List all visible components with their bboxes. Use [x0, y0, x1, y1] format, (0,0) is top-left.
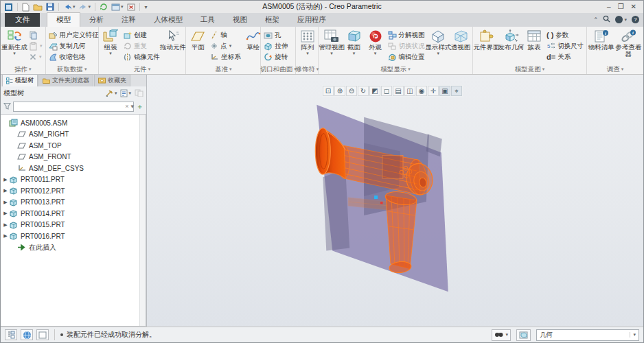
tree-item-part[interactable]: ▶PRT0011.PRT [2, 174, 139, 186]
tree-item-part[interactable]: ▶PRT0016.PRT [2, 230, 139, 242]
copy-geometry-button[interactable]: 复制几何 [47, 40, 100, 51]
toggle-status-button[interactable]: 切换状况 [387, 40, 426, 51]
mirror-component-button[interactable]: 镜像元件 [122, 51, 161, 62]
display-style-icon[interactable]: ◻ [381, 86, 392, 96]
annotation-display-icon[interactable]: ▣ [439, 86, 450, 96]
graphics-viewport[interactable]: ⊡ ⊕ ⊖ ↻ ◩ ◻ ▤ ◫ ◉ ✛ ▣ ⌖ [147, 75, 643, 327]
tree-settings-button[interactable]: ▾ [105, 89, 117, 97]
tree-show-button[interactable]: ▾ [120, 89, 131, 97]
open-file-button[interactable] [32, 2, 43, 12]
clear-filter-icon[interactable]: × [125, 103, 128, 110]
model-tree-toggle-button[interactable] [516, 329, 531, 341]
pattern-button[interactable]: 阵列▾ [297, 28, 318, 64]
expander-icon[interactable]: ▶ [2, 177, 9, 182]
save-button[interactable] [45, 2, 55, 12]
help-icon[interactable]: ? [632, 16, 639, 23]
filter-icon[interactable] [3, 102, 11, 111]
close-button[interactable]: ✕ [631, 3, 636, 10]
new-window-button[interactable] [36, 329, 49, 340]
tab-analysis[interactable]: 分析 [80, 13, 113, 27]
new-file-button[interactable] [21, 2, 30, 12]
extrude-button[interactable]: 拉伸 [262, 40, 289, 51]
group-label-operations[interactable]: 操作▾ [1, 64, 45, 74]
bom-button[interactable]: i 物料清单 [588, 28, 614, 64]
family-table-button[interactable]: 族表 [524, 28, 544, 64]
repaint-icon[interactable]: ↻ [358, 86, 369, 96]
group-label-investigate[interactable]: 调查▾ [587, 64, 643, 74]
redo-button[interactable]: ▾ [78, 2, 92, 12]
tree-item-plane[interactable]: ASM_TOP [2, 140, 139, 152]
tree-columns-button[interactable] [135, 88, 143, 98]
add-filter-icon[interactable]: ＋ [136, 102, 143, 112]
hole-button[interactable]: 孔 [262, 29, 289, 40]
tree-item-insert-here[interactable]: 在此插入 [2, 242, 139, 254]
create-component-button[interactable]: 创建 [122, 29, 161, 40]
tab-framework[interactable]: 框架 [256, 13, 288, 27]
copy-button[interactable] [27, 29, 44, 40]
tree-item-plane[interactable]: ASM_FRONT [2, 152, 139, 163]
tab-applications[interactable]: 应用程序 [288, 13, 335, 27]
find-button[interactable]: ▾ [492, 329, 511, 341]
revolve-button[interactable]: 旋转 [262, 51, 289, 62]
component-interface-button[interactable]: 元件界面 [474, 28, 498, 64]
zoom-out-icon[interactable]: ⊖ [346, 86, 357, 96]
expander-icon[interactable]: ▶ [2, 188, 9, 193]
close-window-button[interactable] [126, 2, 136, 12]
message-log-button[interactable] [5, 329, 17, 340]
exploded-view-button[interactable]: 分解视图 [387, 29, 426, 40]
shading-icon[interactable]: ◩ [369, 86, 380, 96]
tree-item-assembly[interactable]: ASM0005.ASM [2, 117, 139, 129]
tab-file[interactable]: 文件 [5, 13, 40, 27]
csys-button[interactable]: 坐标系 [209, 51, 242, 62]
tree-item-part[interactable]: ▶PRT0012.PRT [2, 185, 139, 197]
datum-tag-blue[interactable] [374, 196, 378, 199]
tab-model[interactable]: 模型 [47, 12, 80, 27]
reference-viewer-button[interactable]: i 参考查看器 [615, 28, 642, 64]
expander-icon[interactable]: ▶ [2, 200, 9, 205]
filter-dropdown-icon[interactable]: ▾ [130, 104, 134, 108]
datum-display-filters-icon[interactable]: ✛ [428, 86, 439, 96]
point-button[interactable]: 点▾ [209, 40, 242, 51]
search-icon[interactable] [603, 15, 610, 24]
tab-model-tree[interactable]: 模型树 [2, 74, 38, 86]
tab-manikin[interactable]: 人体模型 [145, 13, 192, 27]
refit-icon[interactable]: ⊡ [323, 86, 334, 96]
tree-item-plane[interactable]: ASM_RIGHT [2, 129, 139, 141]
spin-center-icon[interactable]: ⌖ [451, 86, 462, 96]
expander-icon[interactable]: ▶ [2, 211, 9, 216]
restore-button[interactable]: ❐ [618, 3, 624, 10]
datum-plane-horizontal[interactable] [323, 169, 349, 250]
switch-dimensions-button[interactable]: 5切换尺寸 [545, 40, 585, 51]
tab-favorites[interactable]: 收藏夹 [94, 74, 130, 86]
group-label-datum[interactable]: 基准▾ [186, 64, 260, 74]
perspective-button[interactable]: 透视图 [450, 28, 471, 64]
tab-tools[interactable]: 工具 [192, 13, 224, 27]
tree-item-part[interactable]: ▶PRT0013.PRT [2, 197, 139, 209]
selection-filter-combobox[interactable]: 几何▾ [536, 329, 639, 341]
manage-views-button[interactable]: 管理视图▾ [320, 28, 343, 64]
axis-button[interactable]: 轴 [209, 29, 242, 40]
expander-icon[interactable]: ▶ [2, 222, 9, 228]
parameters-button[interactable]: ( )参数 [545, 29, 585, 40]
group-label-component[interactable]: 元件▾ [99, 64, 185, 74]
group-label-cut-surface[interactable]: 切口和曲面▾ [261, 64, 295, 74]
tree-item-part[interactable]: ▶PRT0015.PRT [2, 220, 139, 231]
saved-orientations-icon[interactable]: ▤ [393, 86, 404, 96]
tab-annotate[interactable]: 注释 [113, 13, 145, 27]
shrinkwrap-button[interactable]: 收缩包络 [47, 51, 100, 62]
zoom-in-icon[interactable]: ⊕ [334, 86, 345, 96]
drag-components-button[interactable]: 拖动元件 [162, 28, 184, 64]
datum-tag-red[interactable] [380, 202, 382, 204]
undo-button[interactable]: ▾ [62, 2, 76, 12]
tree-filter-input[interactable] [13, 102, 134, 112]
tab-folder-browser[interactable]: 文件夹浏览器 [38, 74, 93, 86]
udf-button[interactable]: 用户定义特征 [47, 29, 100, 40]
tree-item-part[interactable]: ▶PRT0014.PRT [2, 208, 139, 220]
group-label-get-data[interactable]: 获取数据▾ [46, 64, 98, 74]
group-label-model-display[interactable]: 模型显示▾ [319, 64, 472, 74]
edit-position-button[interactable]: 编辑位置 [387, 51, 426, 62]
appearance-gallery-icon[interactable]: ◉ [416, 86, 427, 96]
sections-button[interactable]: 截面▾ [344, 28, 365, 64]
customize-qat-button[interactable]: ▾ [143, 2, 148, 12]
app-icon[interactable] [3, 2, 14, 12]
